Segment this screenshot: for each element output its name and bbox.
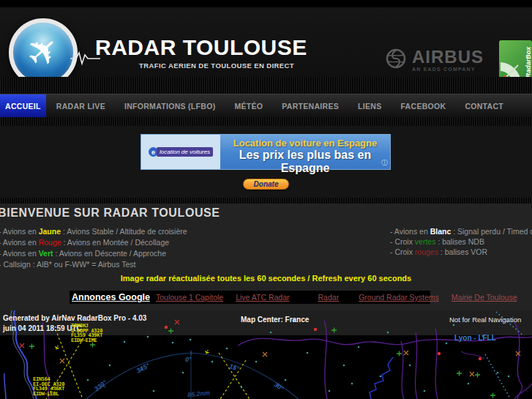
legend-line: - Croix vertes : balises NDB (390, 236, 532, 247)
ad-banner-text: Location de voiture en Espagne Les prix … (220, 135, 390, 169)
map-city-label-lyon: Lyon - LFLL (454, 334, 496, 342)
airbus-tagline: AN EADS COMPANY (412, 67, 484, 72)
nav-facebook[interactable]: FACEBOOK (391, 94, 454, 118)
site-header: ✈ RADAR TOULOUSE TRAFIC AERIEN DE TOULOU… (0, 7, 532, 77)
airbus-logo[interactable]: AIRBUS AN EADS COMPANY (386, 48, 484, 72)
legend-line: - Avions en Rouge : Avions en Montée / D… (0, 237, 187, 248)
compass-label: 0° (185, 356, 192, 364)
ads-link-radar[interactable]: Radar (318, 293, 340, 302)
ads-link-toulouse-capitole[interactable]: Toulouse 1 Capitole (156, 293, 223, 302)
ad-section: e location de voitures Location de voitu… (0, 126, 532, 198)
ads-bar-title: Annonces Google (72, 292, 150, 302)
map-generated-by: Generated by AirNav RadarBox Pro - 4.03 (3, 314, 146, 322)
ad-banner-logo: e location de voitures (141, 135, 220, 169)
nav-radar-live[interactable]: RADAR LIVE (48, 94, 114, 118)
map-datetime: juin 04 2011 18:59 UTC (3, 324, 82, 332)
ads-link-mairie-de-toulouse[interactable]: Mairie De Toulouse (452, 293, 517, 302)
map-center-label: Map Center: France (241, 316, 309, 324)
refresh-notice: Image radar réactualisée toutes les 60 s… (0, 274, 532, 283)
ad-banner-line2: Les prix les plus bas en Espagne (220, 149, 390, 175)
site-subtitle: TRAFIC AERIEN DE TOULOUSE EN DIRECT (95, 61, 294, 70)
aircraft-label-ein564: EIN564 EI-DEC A320 FL349 436KT EIDW-LEBL (33, 377, 64, 396)
welcome-section: BIENVENUE SUR RADAR TOULOUSE - Avions en… (0, 204, 532, 310)
elocation-wordmark: location de voitures (157, 147, 213, 157)
donate-button[interactable]: Donate (243, 179, 290, 190)
legend-left: - Avions en Jaune : Avions Stable / Alti… (0, 226, 187, 270)
divider-texture-top (0, 77, 532, 94)
legend-line: - Croix rouges : balises VOR (390, 247, 532, 257)
nav-accueil[interactable]: ACCUEIL (0, 94, 46, 118)
title-block: RADAR TOULOUSE TRAFIC AERIEN DE TOULOUSE… (95, 35, 294, 70)
main-nav: ACCUEIL RADAR LIVE INFORMATIONS (LFBO) M… (0, 94, 532, 118)
legend-line: - Callsign : AIB* ou F-WW* = Airbus Test (0, 259, 187, 270)
nav-informations-lfbo[interactable]: INFORMATIONS (LFBO) (116, 94, 225, 118)
nav-meteo[interactable]: MÉTÉO (225, 94, 271, 118)
svg-text:✈: ✈ (52, 343, 61, 351)
ad-banner-line1: Location de voiture en Espagne (220, 138, 390, 149)
page-title: BIENVENUE SUR RADAR TOULOUSE (0, 206, 220, 220)
google-ads-bar: Annonces Google Toulouse 1 Capitole Live… (70, 291, 430, 304)
airplane-icon: ✈ (18, 26, 67, 76)
divider-texture-nav (0, 117, 532, 126)
page: ✈ RADAR TOULOUSE TRAFIC AERIEN DE TOULOU… (0, 0, 532, 399)
ad-banner[interactable]: e location de voitures Location de voitu… (141, 134, 391, 170)
divider-texture-content (0, 198, 532, 204)
ad-info-icon[interactable]: ⓘ (381, 158, 388, 168)
aircraft-label-tom8hj: TOM8HJ G-OOPP A320 FL359 439KT EIDW-EIME (71, 324, 102, 343)
legend-right: - Avions en Blanc : Signal perdu / Timed… (390, 226, 532, 257)
radarbox-wordmark: RadarBox (525, 47, 532, 78)
nav-contact[interactable]: CONTACT (456, 94, 512, 118)
ads-link-ground-radar-systems[interactable]: Ground Radar Systems (359, 293, 439, 302)
airbus-wordmark: AIRBUS (412, 48, 484, 66)
map-disclaimer: Not for Real Navigation (449, 316, 521, 324)
site-title: RADAR TOULOUSE (95, 35, 294, 60)
legend-line: - Avions en Jaune : Avions Stable / Alti… (0, 226, 187, 237)
legend-line: - Avions en Blanc : Signal perdu / Timed… (390, 226, 532, 236)
svg-text:✈: ✈ (202, 348, 211, 356)
nav-liens[interactable]: LIENS (349, 94, 390, 118)
legend-line: - Avions en Vert : Avions en Déscente / … (0, 248, 187, 259)
ads-link-live-atc-radar[interactable]: Live ATC Radar (236, 293, 289, 302)
nav-partenaires[interactable]: PARTENAIRES (273, 94, 348, 118)
airbus-swirl-icon (386, 48, 406, 69)
radar-map: ✈ ✈ (0, 310, 532, 399)
